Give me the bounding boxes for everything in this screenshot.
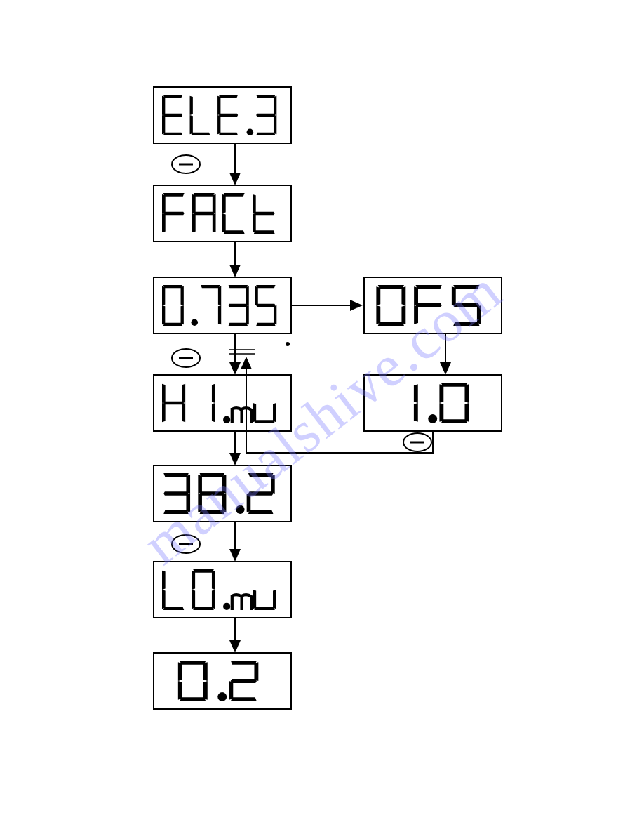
svg-marker-36 [254, 212, 275, 216]
svg-marker-55 [255, 286, 257, 305]
svg-marker-134 [439, 384, 443, 403]
svg-marker-78 [198, 475, 202, 494]
svg-marker-83 [248, 510, 274, 514]
minus-icon [172, 155, 200, 173]
minus-icon [172, 535, 200, 553]
svg-marker-63 [212, 403, 215, 422]
svg-marker-97 [254, 607, 274, 610]
svg-marker-25 [213, 213, 216, 232]
svg-marker-104 [178, 662, 182, 681]
svg-marker-15 [274, 96, 276, 115]
svg-marker-107 [254, 662, 258, 681]
svg-marker-111 [378, 285, 404, 289]
svg-marker-47 [229, 285, 248, 288]
svg-point-128 [428, 414, 437, 423]
svg-marker-90 [212, 571, 215, 590]
svg-marker-7 [190, 96, 193, 115]
svg-marker-94 [192, 571, 195, 590]
svg-point-64 [223, 416, 230, 423]
svg-marker-86 [163, 607, 184, 610]
svg-marker-53 [274, 305, 276, 324]
svg-marker-68 [163, 473, 189, 477]
svg-marker-87 [162, 590, 166, 609]
svg-marker-116 [376, 286, 380, 305]
svg-marker-34 [253, 213, 256, 232]
svg-marker-22 [163, 212, 185, 216]
svg-marker-73 [200, 473, 225, 477]
svg-marker-26 [192, 213, 196, 232]
svg-marker-48 [246, 286, 248, 305]
svg-marker-42 [162, 286, 165, 305]
svg-marker-69 [186, 475, 190, 494]
svg-marker-129 [441, 383, 467, 387]
svg-marker-101 [203, 681, 208, 700]
svg-marker-115 [376, 305, 380, 324]
svg-marker-92 [193, 607, 213, 610]
svg-marker-24 [213, 194, 216, 213]
svg-point-43 [192, 319, 198, 326]
svg-marker-100 [203, 662, 208, 681]
svg-marker-96 [273, 590, 276, 609]
svg-marker-110 [231, 679, 257, 683]
svg-marker-45 [218, 286, 221, 305]
svg-marker-35 [253, 194, 256, 213]
svg-marker-127 [414, 403, 418, 422]
svg-marker-122 [477, 305, 481, 324]
svg-marker-65 [273, 403, 276, 422]
svg-marker-9 [219, 133, 238, 135]
svg-marker-49 [246, 305, 248, 324]
svg-marker-19 [163, 193, 185, 197]
flow-diagram [0, 0, 644, 834]
svg-marker-12 [219, 114, 238, 117]
svg-marker-51 [229, 304, 248, 307]
svg-marker-82 [271, 475, 275, 494]
svg-marker-99 [180, 661, 206, 665]
svg-marker-120 [415, 303, 441, 307]
svg-marker-14 [256, 95, 275, 98]
svg-marker-102 [180, 697, 206, 701]
svg-point-80 [236, 505, 244, 514]
svg-marker-58 [182, 403, 185, 422]
svg-marker-18 [256, 114, 275, 117]
svg-marker-23 [194, 193, 215, 197]
svg-marker-56 [256, 304, 275, 307]
svg-marker-6 [190, 115, 193, 134]
svg-marker-31 [222, 213, 226, 232]
svg-marker-131 [464, 403, 469, 422]
svg-marker-30 [224, 230, 245, 234]
svg-marker-126 [414, 384, 418, 403]
svg-marker-84 [247, 494, 251, 512]
svg-marker-77 [198, 494, 202, 512]
svg-marker-4 [163, 114, 182, 117]
svg-marker-27 [192, 194, 196, 213]
svg-marker-52 [256, 285, 275, 288]
svg-marker-114 [378, 322, 404, 326]
svg-marker-113 [401, 305, 405, 324]
svg-marker-89 [193, 569, 213, 573]
svg-marker-37 [163, 285, 182, 288]
svg-marker-109 [229, 681, 233, 700]
minus-icon [172, 349, 200, 367]
svg-marker-123 [453, 322, 479, 326]
svg-marker-67 [253, 403, 257, 422]
svg-marker-112 [401, 286, 405, 305]
svg-marker-70 [186, 494, 190, 512]
svg-point-13 [247, 129, 253, 135]
svg-marker-59 [162, 403, 166, 422]
svg-marker-121 [453, 285, 479, 289]
svg-marker-5 [191, 133, 210, 135]
svg-marker-72 [163, 491, 189, 496]
svg-marker-40 [163, 323, 182, 326]
minus-icon [403, 433, 431, 451]
svg-marker-60 [162, 384, 166, 403]
svg-marker-28 [194, 212, 215, 216]
svg-marker-50 [229, 323, 248, 326]
svg-marker-124 [452, 286, 456, 305]
svg-marker-11 [217, 96, 220, 115]
svg-marker-54 [256, 323, 275, 326]
svg-marker-32 [222, 194, 226, 213]
svg-marker-98 [253, 590, 257, 609]
svg-marker-75 [222, 494, 227, 512]
svg-marker-62 [212, 384, 215, 403]
svg-marker-93 [192, 590, 195, 609]
